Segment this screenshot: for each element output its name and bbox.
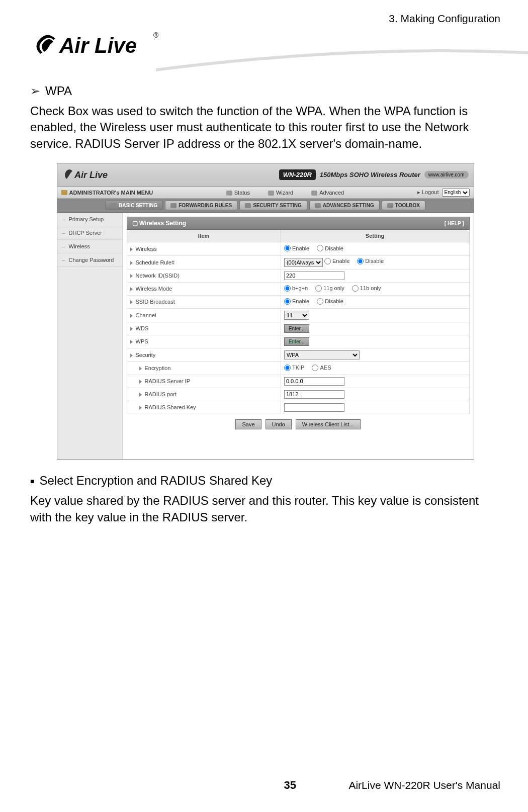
arrow-bullet-icon: ➢ [30,84,40,98]
radius-key-paragraph: Key value shared by the RADIUS server an… [30,493,500,525]
tab-forwarding-rules[interactable]: FORWARDING RULES [165,201,237,210]
client-list-button[interactable]: Wireless Client List... [296,419,361,429]
row-wireless: Wireless [136,246,157,252]
ssid-input[interactable] [284,272,344,280]
admin-menu-label: ADMINISTRATOR's MAIN MENU [69,190,153,196]
row-wds: WDS [136,325,149,331]
chapter-header: 3. Making Configuration [30,13,500,25]
sidebar: –Primary Setup –DHCP Server –Wireless –C… [57,213,123,459]
help-link[interactable]: [ HELP ] [445,221,464,226]
logout-link[interactable]: ▸ Logout [417,189,439,196]
mode-11g[interactable]: 11g only [315,285,344,292]
tab-basic-setting[interactable]: BASIC SETTING [105,201,163,210]
manual-title: AirLive WN-220R User's Manual [348,779,500,791]
tab-security-setting[interactable]: SECURITY SETTING [239,201,307,210]
channel-select[interactable]: 11 [284,311,309,320]
wireless-disable[interactable]: Disable [317,245,343,251]
save-button[interactable]: Save [235,419,261,429]
gear-icon [111,203,117,208]
row-security: Security [136,352,156,358]
router-brand-logo: Air Live [62,168,123,182]
wps-enter-button[interactable]: Enter... [284,337,309,346]
tab-advanced-setting[interactable]: ADVANCED SETTING [309,201,380,210]
mode-11b[interactable]: 11b only [352,285,381,292]
row-radius-port: RADIUS port [145,391,177,397]
language-select[interactable]: English [442,189,470,197]
airlive-logo: Air Live ® [30,29,161,64]
folder-icon [61,190,67,195]
model-badge: WN-220R [279,169,316,180]
row-mode: Wireless Mode [136,286,172,292]
menu-advanced[interactable]: Advanced [311,190,344,196]
col-item: Item [127,230,281,242]
row-schedule: Schedule Rule# [136,259,175,265]
panel-title: Wireless Setting [139,220,186,227]
svg-text:®: ® [153,31,159,39]
broadcast-disable[interactable]: Disable [317,298,343,305]
encryption-aes[interactable]: AES [312,365,331,371]
svg-text:Air Live: Air Live [74,170,108,180]
square-bullet-icon: ■ [30,477,34,485]
row-channel: Channel [136,312,156,318]
row-radius-ip: RADIUS Server IP [145,378,190,384]
radius-key-input[interactable] [284,403,344,412]
wireless-enable[interactable]: Enable [284,245,309,251]
row-radius-key: RADIUS Shared Key [145,404,196,410]
col-setting: Setting [281,230,469,242]
wpa-heading: WPA [45,84,72,98]
radius-port-input[interactable] [284,390,344,399]
schedule-enable[interactable]: Enable [324,258,349,264]
row-ssid: Network ID(SSID) [136,273,180,279]
radius-ip-input[interactable] [284,377,344,386]
security-select[interactable]: WPA [284,350,360,359]
broadcast-enable[interactable]: Enable [284,298,309,305]
row-broadcast: SSID Broadcast [136,299,175,305]
mode-bgn[interactable]: b+g+n [284,285,308,292]
website-badge: www.airlive.com [424,171,469,178]
row-encryption: Encryption [145,365,171,371]
forward-icon [170,203,177,208]
svg-text:Air Live: Air Live [59,34,137,57]
undo-button[interactable]: Undo [266,419,292,429]
router-ui-screenshot: Air Live WN-220R 150Mbps SOHO Wireless R… [57,163,474,460]
page-number: 35 [284,779,296,792]
encryption-tkip[interactable]: TKIP [284,365,304,371]
toolbox-icon [387,203,393,208]
sidebar-primary-setup[interactable]: –Primary Setup [57,213,122,226]
schedule-disable[interactable]: Disable [357,258,384,264]
wpa-paragraph: Check Box was used to switch the functio… [30,103,500,152]
wrench-icon [315,203,321,208]
shield-icon [245,203,251,208]
model-subtitle: 150Mbps SOHO Wireless Router [320,171,420,178]
schedule-select[interactable]: (00)Always [284,258,323,267]
tab-toolbox[interactable]: TOOLBOX [382,201,425,210]
row-wps: WPS [136,338,148,344]
sidebar-dhcp-server[interactable]: –DHCP Server [57,226,122,240]
menu-status[interactable]: Status [226,190,250,196]
select-encryption-heading: Select Encryption and RADIUS Shared Key [39,474,272,488]
wds-enter-button[interactable]: Enter... [284,324,309,333]
menu-wizard[interactable]: Wizard [268,190,293,196]
sidebar-wireless[interactable]: –Wireless [57,240,122,253]
sidebar-change-password[interactable]: –Change Password [57,253,122,267]
